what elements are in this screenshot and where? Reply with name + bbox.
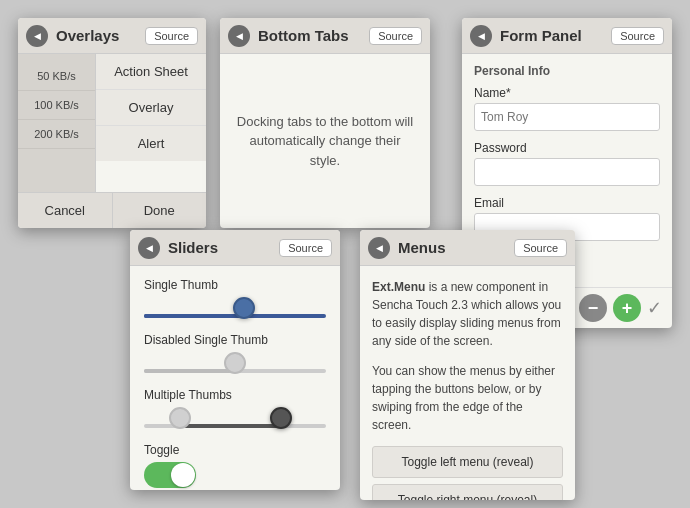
slider-toggle-label: Toggle: [144, 443, 326, 457]
overlay-action-sheet[interactable]: Action Sheet: [96, 54, 206, 90]
bottom-tabs-panel: Bottom Tabs Source Docking tabs to the b…: [220, 18, 430, 228]
form-input-name[interactable]: [474, 103, 660, 131]
form-plus-btn[interactable]: +: [613, 294, 641, 322]
menus-body: Ext.Menu is a new component in Sencha To…: [360, 266, 575, 500]
slider-disabled-thumb-knob: [224, 352, 246, 374]
overlays-panel: Overlays Source 50 KB/s 100 KB/s 200 KB/…: [18, 18, 206, 228]
overlays-body: 50 KB/s 100 KB/s 200 KB/s Action Sheet O…: [18, 54, 206, 192]
speed-item: 100 KB/s: [18, 91, 95, 120]
bottom-tabs-header: Bottom Tabs Source: [220, 18, 430, 54]
slider-single-thumb-label: Single Thumb: [144, 278, 326, 292]
form-back-icon[interactable]: [470, 25, 492, 47]
menus-btn-right[interactable]: Toggle right menu (reveal): [372, 484, 563, 500]
form-minus-btn[interactable]: −: [579, 294, 607, 322]
speed-item: 200 KB/s: [18, 120, 95, 149]
slider-multi-fill: [180, 424, 280, 428]
slider-single-fill: [144, 314, 244, 318]
overlays-source-btn[interactable]: Source: [145, 27, 198, 45]
form-field-password: Password: [474, 141, 660, 186]
slider-multi-thumb2[interactable]: [270, 407, 292, 429]
menus-source-btn[interactable]: Source: [514, 239, 567, 257]
form-label-password: Password: [474, 141, 660, 155]
slider-single-thumb: Single Thumb: [144, 278, 326, 319]
form-source-btn[interactable]: Source: [611, 27, 664, 45]
slider-disabled-thumb: Disabled Single Thumb: [144, 333, 326, 374]
menus-btn-left[interactable]: Toggle left menu (reveal): [372, 446, 563, 478]
slider-disabled-thumb-label: Disabled Single Thumb: [144, 333, 326, 347]
overlay-overlay[interactable]: Overlay: [96, 90, 206, 126]
overlays-header: Overlays Source: [18, 18, 206, 54]
overlays-title: Overlays: [56, 27, 145, 44]
menus-title: Menus: [398, 239, 514, 256]
slider-multi-thumb: Multiple Thumbs: [144, 388, 326, 429]
form-header: Form Panel Source: [462, 18, 672, 54]
overlays-cancel-btn[interactable]: Cancel: [18, 193, 113, 228]
bottom-tabs-back-icon[interactable]: [228, 25, 250, 47]
bottom-tabs-body: Docking tabs to the bottom will automati…: [220, 54, 430, 228]
menus-description2: You can show the menus by either tapping…: [372, 362, 563, 434]
bottom-tabs-source-btn[interactable]: Source: [369, 27, 422, 45]
sliders-back-icon[interactable]: [138, 237, 160, 259]
menus-desc-highlight: Ext.Menu: [372, 280, 425, 294]
menus-description: Ext.Menu is a new component in Sencha To…: [372, 278, 563, 350]
slider-multi-thumb-label: Multiple Thumbs: [144, 388, 326, 402]
speed-item: 50 KB/s: [18, 62, 95, 91]
overlays-main: Action Sheet Overlay Alert: [96, 54, 206, 192]
toggle-track[interactable]: [144, 462, 196, 488]
sliders-panel: Sliders Source Single Thumb Disabled Sin…: [130, 230, 340, 490]
form-input-password[interactable]: [474, 158, 660, 186]
slider-multi-track-container[interactable]: [144, 407, 326, 429]
overlays-footer: Cancel Done: [18, 192, 206, 228]
overlays-done-btn[interactable]: Done: [113, 193, 207, 228]
form-field-name: Name*: [474, 86, 660, 131]
form-label-email: Email: [474, 196, 660, 210]
overlays-sidebar: 50 KB/s 100 KB/s 200 KB/s: [18, 54, 96, 192]
slider-disabled-fill: [144, 369, 235, 373]
form-title: Form Panel: [500, 27, 611, 44]
slider-single-thumb-knob[interactable]: [233, 297, 255, 319]
slider-single-track-container[interactable]: [144, 297, 326, 319]
form-checkmark: ✓: [647, 297, 662, 319]
menus-back-icon[interactable]: [368, 237, 390, 259]
slider-multi-thumb1[interactable]: [169, 407, 191, 429]
bottom-tabs-title: Bottom Tabs: [258, 27, 369, 44]
sliders-title: Sliders: [168, 239, 279, 256]
sliders-body: Single Thumb Disabled Single Thumb Multi…: [130, 266, 340, 490]
form-label-name: Name*: [474, 86, 660, 100]
form-section-title: Personal Info: [474, 64, 660, 78]
sliders-header: Sliders Source: [130, 230, 340, 266]
slider-toggle: Toggle: [144, 443, 326, 488]
overlay-alert[interactable]: Alert: [96, 126, 206, 161]
slider-disabled-track-container: [144, 352, 326, 374]
sliders-source-btn[interactable]: Source: [279, 239, 332, 257]
toggle-knob: [171, 463, 195, 487]
overlays-menu-list: Action Sheet Overlay Alert: [96, 54, 206, 161]
menus-header: Menus Source: [360, 230, 575, 266]
bottom-tabs-description: Docking tabs to the bottom will automati…: [236, 112, 414, 171]
menus-panel: Menus Source Ext.Menu is a new component…: [360, 230, 575, 500]
overlays-back-icon[interactable]: [26, 25, 48, 47]
